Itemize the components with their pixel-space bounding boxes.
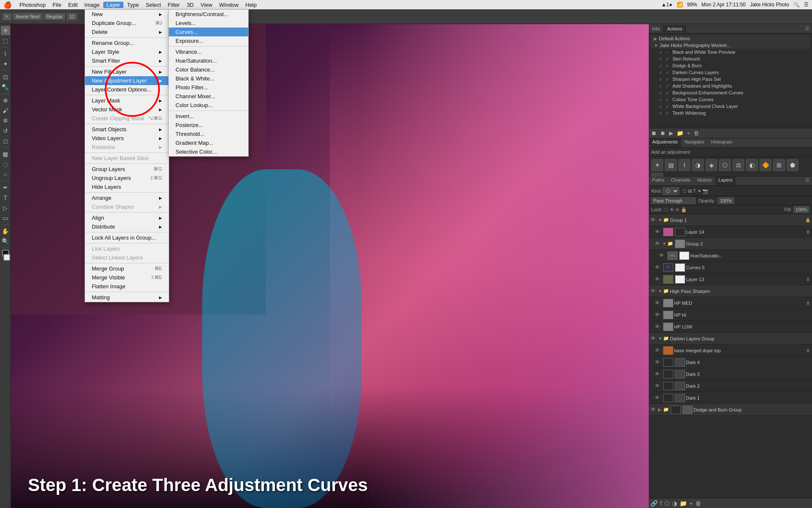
fill-value[interactable]: 100%	[793, 206, 809, 213]
menu-video-layers[interactable]: Video Layers	[85, 134, 169, 143]
group-expand-icon-2[interactable]: ▼	[662, 241, 667, 246]
new-group-btn[interactable]: 📁	[680, 500, 687, 507]
visibility-icon-d1[interactable]: 👁	[655, 395, 662, 401]
panel-options-icon[interactable]: ☰	[803, 25, 812, 32]
adj-baw[interactable]: ◐	[746, 159, 758, 171]
adj-exposure[interactable]: ◑	[692, 159, 704, 171]
menubar-edit[interactable]: Edit	[65, 2, 81, 8]
layer-row-hplow[interactable]: 👁 HP LOW	[649, 321, 812, 333]
menu-new-fill-layer[interactable]: New Fill Layer	[85, 67, 169, 76]
adj-vibrance[interactable]: ◈	[705, 159, 717, 171]
menu-matting[interactable]: Matting	[85, 293, 169, 302]
visibility-icon[interactable]: 👁	[650, 217, 658, 223]
menubar-window[interactable]: Window	[216, 2, 242, 8]
action-white-bg-check[interactable]: ✓ ✓ White Background Check Layer	[650, 103, 810, 110]
layer-row-group1[interactable]: 👁 ▼ 📁 Group 1 🔒	[649, 214, 812, 226]
apple-logo[interactable]: 🍎	[3, 1, 12, 9]
layer-row-dark4[interactable]: 👁 Dark 4	[649, 356, 812, 368]
add-layer-style-btn[interactable]: f	[660, 500, 662, 507]
opacity-value[interactable]: 100%	[718, 197, 734, 204]
visibility-icon-c5[interactable]: 👁	[655, 264, 662, 271]
submenu-gradient-map[interactable]: Gradient Map...	[169, 138, 248, 147]
menu-flatten-image[interactable]: Flatten Image	[85, 282, 169, 291]
submenu-curves[interactable]: Curves...	[169, 28, 248, 36]
action-skin-retouch[interactable]: ✓ ✓ Skin Retouch	[650, 55, 810, 62]
action-sharpen-high-pass[interactable]: ✓ ✓ Sharpen High Pass Set	[650, 76, 810, 83]
layer-row-highpass[interactable]: 👁 ▼ 📁 High Pass Sharpen	[649, 285, 812, 297]
adj-hue-sat[interactable]: ⬡	[719, 159, 731, 171]
menu-merge-group[interactable]: Merge Group ⌘E	[85, 264, 169, 273]
menubar-help[interactable]: Help	[242, 2, 260, 8]
lock-all-icon[interactable]: 🔒	[681, 207, 687, 213]
menubar-photoshop[interactable]: Photoshop	[16, 2, 49, 8]
brush-tool[interactable]: 🖌	[1, 106, 10, 115]
submenu-invert[interactable]: Invert...	[169, 112, 248, 121]
shape-tool[interactable]: ▭	[1, 213, 10, 223]
zoom-tool[interactable]: 🔍	[1, 237, 10, 246]
stop-action-btn[interactable]: ⏹	[651, 130, 657, 136]
adj-channel-mixer[interactable]: ⊞	[773, 159, 785, 171]
tab-navigator[interactable]: Navigator	[681, 138, 708, 147]
background-color[interactable]	[3, 254, 10, 261]
visibility-icon-dbg[interactable]: 👁	[650, 406, 658, 413]
add-mask-btn[interactable]: ⬡	[664, 500, 669, 507]
tab-history[interactable]: History	[694, 177, 715, 185]
search-icon[interactable]: 🔍	[793, 2, 800, 8]
healing-tool[interactable]: ⊕	[1, 96, 10, 105]
menu-new-adjustment-layer[interactable]: New Adjustment Layer	[85, 76, 169, 85]
menubar-image[interactable]: Image	[81, 2, 103, 8]
blend-mode-selector[interactable]: Pass Through Normal Multiply Screen	[651, 197, 696, 204]
path-select-tool[interactable]: ▷	[1, 203, 10, 213]
crop-tool[interactable]: ⊡	[1, 72, 10, 82]
tab-layers[interactable]: Layers	[715, 177, 736, 185]
menubar-file[interactable]: File	[49, 2, 65, 8]
menu-delete[interactable]: Delete	[85, 28, 169, 36]
magic-wand-tool[interactable]: ✦	[1, 59, 10, 69]
menu-icon[interactable]: ☰	[804, 2, 809, 8]
submenu-brightness-contrast[interactable]: Brightness/Contrast...	[169, 10, 248, 19]
visibility-icon-13[interactable]: 👁	[655, 276, 662, 282]
menubar-view[interactable]: View	[197, 2, 216, 8]
group-expand-icon-hp[interactable]: ▼	[658, 289, 662, 293]
menu-rename-group[interactable]: Rename Group...	[85, 39, 169, 47]
action-teeth-whitening[interactable]: ✓ ✓ Teeth Whitening	[650, 110, 810, 116]
layer-row-layer14[interactable]: 👁 Layer 14 🗑	[649, 226, 812, 238]
layer-row-group2[interactable]: 👁 ▼ 📁 Group 2	[649, 238, 812, 250]
menu-new[interactable]: New	[85, 10, 169, 19]
gradient-tool[interactable]: ▦	[1, 149, 10, 159]
hand-tool[interactable]: ✋	[1, 226, 10, 236]
clone-tool[interactable]: ✲	[1, 116, 10, 125]
lock-pixel-icon[interactable]: ⬡	[664, 207, 668, 213]
pen-tool[interactable]: ✒	[1, 183, 10, 192]
menu-align[interactable]: Align	[85, 213, 169, 222]
adj-levels[interactable]: ▤	[665, 159, 677, 171]
menu-ungroup-layers[interactable]: Ungroup Layers ⇧⌘G	[85, 174, 169, 182]
dodge-tool[interactable]: ○	[1, 170, 10, 179]
history-brush-tool[interactable]: ↺	[1, 126, 10, 135]
visibility-icon-bm[interactable]: 👁	[655, 347, 662, 353]
action-add-shadows[interactable]: ✓ ✓ Add Shadows and Highlights	[650, 83, 810, 89]
group-expand-icon-dbg[interactable]: ▶	[658, 407, 662, 412]
layer-row-dark2[interactable]: 👁 Dark 2	[649, 380, 812, 392]
adj-curves[interactable]: ⌇	[678, 159, 690, 171]
layer-delete-bm[interactable]: 🗑	[806, 348, 810, 353]
tab-adjustments[interactable]: Adjustments	[649, 138, 681, 147]
visibility-icon-hplow[interactable]: 👁	[655, 323, 662, 330]
menu-merge-visible[interactable]: Merge Visible ⇧⌘E	[85, 273, 169, 282]
new-fill-adj-btn[interactable]: ◑	[672, 500, 677, 507]
submenu-color-lookup[interactable]: Color Lookup...	[169, 101, 248, 110]
visibility-icon-hp[interactable]: 👁	[650, 288, 658, 294]
play-action-btn[interactable]: ▶	[669, 130, 673, 136]
blur-tool[interactable]: ◌	[1, 160, 10, 169]
lock-position-icon[interactable]: ✚	[670, 207, 674, 213]
visibility-icon-d3[interactable]: 👁	[655, 371, 662, 377]
menubar-layer[interactable]: Layer	[103, 2, 124, 8]
eyedropper-tool[interactable]: 🔦	[1, 83, 10, 92]
submenu-levels[interactable]: Levels...	[169, 19, 248, 28]
visibility-icon-hs[interactable]: 👁	[659, 252, 667, 259]
eraser-tool[interactable]: ◻	[1, 136, 10, 146]
tab-paths[interactable]: Paths	[649, 177, 667, 185]
tab-info[interactable]: Info	[649, 25, 664, 32]
lock-artboard-icon[interactable]: ⊞	[675, 207, 679, 213]
visibility-icon-g2[interactable]: 👁	[655, 240, 662, 247]
